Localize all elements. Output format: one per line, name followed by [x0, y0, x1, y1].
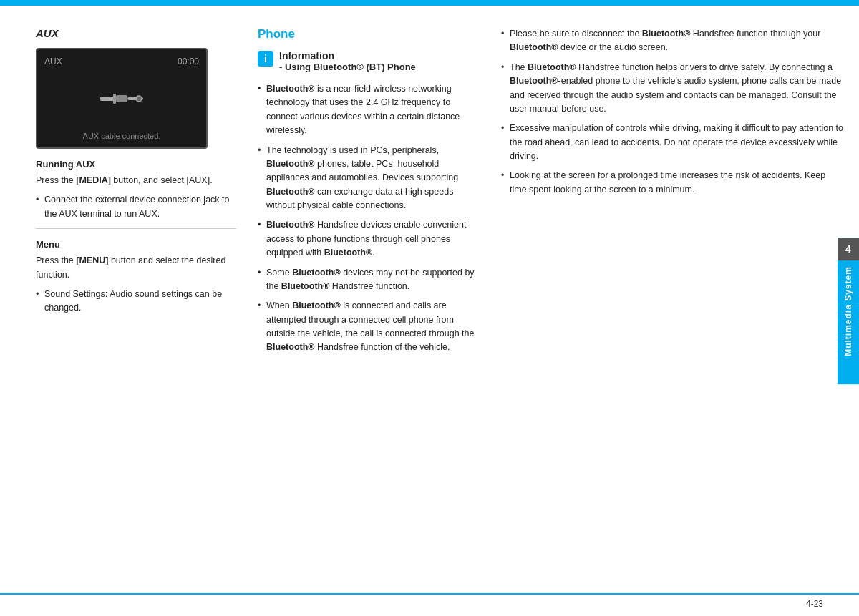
right-bullet-4: Looking at the screen for a prolonged ti…	[501, 169, 845, 197]
menu-title: Menu	[36, 239, 236, 250]
info-title-block: Information - Using Bluetooth® (BT) Phon…	[279, 50, 416, 72]
svg-rect-1	[113, 94, 116, 104]
right-column: Please be sure to disconnect the Bluetoo…	[501, 27, 845, 580]
aux-screen-label: AUX	[44, 57, 62, 67]
right-bullet-3: Excessive manipulation of controls while…	[501, 122, 845, 163]
phone-title: Phone	[258, 27, 480, 41]
info-box: i Information - Using Bluetooth® (BT) Ph…	[258, 50, 480, 72]
media-bold: [MEDIA]	[76, 175, 111, 185]
menu-text: Press the [MENU] button and select the d…	[36, 254, 236, 282]
svg-rect-2	[116, 95, 127, 102]
menu-bullet: Sound Settings: Audio sound settings can…	[36, 288, 236, 316]
info-title: Information	[279, 50, 416, 62]
info-icon: i	[258, 51, 273, 67]
right-bullet-1: Please be sure to disconnect the Bluetoo…	[501, 27, 845, 55]
aux-screen-header: AUX 00:00	[44, 57, 199, 67]
aux-screen-center	[44, 77, 199, 124]
phone-bullet-5: When Bluetooth® is connected and calls a…	[258, 299, 480, 355]
aux-screen-footer: AUX cable connected.	[44, 132, 199, 140]
bottom-bar	[0, 593, 859, 595]
top-bar	[0, 0, 859, 6]
aux-screen-time: 00:00	[178, 57, 199, 67]
running-aux-title: Running AUX	[36, 159, 236, 170]
page-number: 4-23	[806, 599, 823, 609]
menu-bold: [MENU]	[76, 255, 108, 265]
aux-screen: AUX 00:00 AUX cable	[36, 48, 208, 149]
phone-bullet-4: Some Bluetooth® devices may not be suppo…	[258, 266, 480, 294]
divider	[36, 228, 236, 229]
aux-title: AUX	[36, 27, 236, 39]
aux-bullet-1: Connect the external device connection j…	[36, 193, 236, 221]
cable-icon	[100, 88, 143, 114]
phone-bullet-2: The technology is used in PCs, periphera…	[258, 144, 480, 213]
info-icon-letter: i	[264, 53, 267, 64]
side-tab: 4 Multimedia System	[838, 238, 859, 385]
chapter-number: 4	[838, 238, 859, 260]
side-tab-label: Multimedia System	[843, 266, 853, 356]
info-subtitle: - Using Bluetooth® (BT) Phone	[279, 62, 416, 72]
phone-bullet-1: Bluetooth® is a near-field wireless netw…	[258, 82, 480, 138]
right-bullet-2: The Bluetooth® Handsfree function helps …	[501, 61, 845, 117]
running-aux-text: Press the [MEDIA] button, and select [AU…	[36, 174, 236, 187]
svg-point-4	[136, 96, 142, 102]
svg-rect-0	[100, 97, 115, 101]
left-column: AUX AUX 00:00	[36, 27, 236, 580]
center-column: Phone i Information - Using Bluetooth® (…	[258, 27, 480, 580]
phone-bullet-3: Bluetooth® Handsfree devices enable conv…	[258, 218, 480, 260]
